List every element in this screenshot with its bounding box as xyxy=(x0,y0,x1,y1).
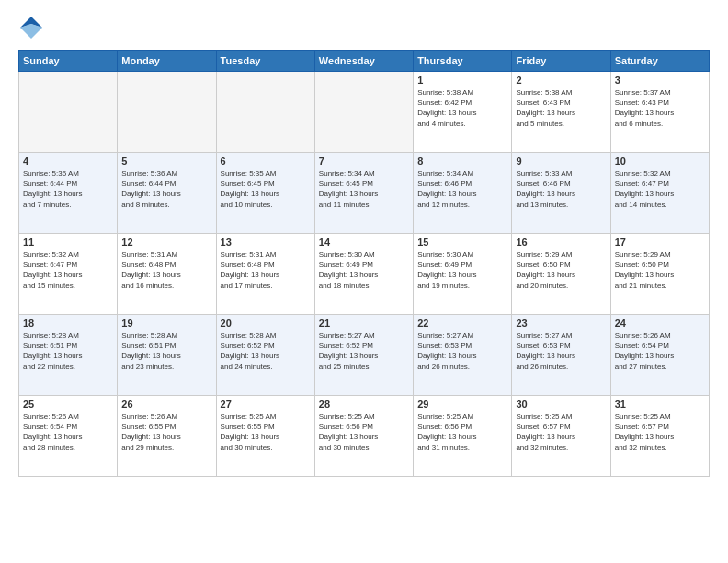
day-info: Sunrise: 5:29 AM Sunset: 6:50 PM Dayligh… xyxy=(615,249,705,291)
table-row: 2Sunrise: 5:38 AM Sunset: 6:43 PM Daylig… xyxy=(512,72,610,153)
day-info: Sunrise: 5:25 AM Sunset: 6:55 PM Dayligh… xyxy=(221,411,311,453)
week-row-2: 4Sunrise: 5:36 AM Sunset: 6:44 PM Daylig… xyxy=(19,153,710,234)
day-number: 24 xyxy=(615,317,705,328)
table-row: 18Sunrise: 5:28 AM Sunset: 6:51 PM Dayli… xyxy=(19,315,118,396)
table-row: 27Sunrise: 5:25 AM Sunset: 6:55 PM Dayli… xyxy=(216,396,314,477)
day-info: Sunrise: 5:26 AM Sunset: 6:54 PM Dayligh… xyxy=(615,330,705,372)
table-row: 26Sunrise: 5:26 AM Sunset: 6:55 PM Dayli… xyxy=(118,396,216,477)
week-row-1: 1Sunrise: 5:38 AM Sunset: 6:42 PM Daylig… xyxy=(19,72,710,153)
day-info: Sunrise: 5:34 AM Sunset: 6:46 PM Dayligh… xyxy=(417,168,507,210)
day-number: 30 xyxy=(516,398,606,409)
table-row xyxy=(19,72,118,153)
col-monday: Monday xyxy=(118,51,216,72)
day-number: 9 xyxy=(516,155,606,167)
table-row: 17Sunrise: 5:29 AM Sunset: 6:50 PM Dayli… xyxy=(610,234,709,315)
day-info: Sunrise: 5:27 AM Sunset: 6:52 PM Dayligh… xyxy=(319,330,409,372)
table-row: 8Sunrise: 5:34 AM Sunset: 6:46 PM Daylig… xyxy=(414,153,512,234)
table-row: 31Sunrise: 5:25 AM Sunset: 6:57 PM Dayli… xyxy=(610,396,709,477)
day-info: Sunrise: 5:29 AM Sunset: 6:50 PM Dayligh… xyxy=(516,249,606,291)
day-number: 31 xyxy=(615,398,705,409)
week-row-4: 18Sunrise: 5:28 AM Sunset: 6:51 PM Dayli… xyxy=(19,315,710,396)
col-tuesday: Tuesday xyxy=(216,51,314,72)
table-row: 22Sunrise: 5:27 AM Sunset: 6:53 PM Dayli… xyxy=(414,315,512,396)
day-info: Sunrise: 5:36 AM Sunset: 6:44 PM Dayligh… xyxy=(121,168,211,210)
table-row: 5Sunrise: 5:36 AM Sunset: 6:44 PM Daylig… xyxy=(118,153,216,234)
day-number: 4 xyxy=(23,155,113,167)
table-row xyxy=(314,72,413,153)
day-number: 17 xyxy=(615,236,705,247)
day-info: Sunrise: 5:32 AM Sunset: 6:47 PM Dayligh… xyxy=(23,249,113,291)
table-row: 7Sunrise: 5:34 AM Sunset: 6:45 PM Daylig… xyxy=(314,153,413,234)
header-row: Sunday Monday Tuesday Wednesday Thursday… xyxy=(19,51,710,72)
table-row: 11Sunrise: 5:32 AM Sunset: 6:47 PM Dayli… xyxy=(19,234,118,315)
day-info: Sunrise: 5:31 AM Sunset: 6:48 PM Dayligh… xyxy=(221,249,311,291)
col-thursday: Thursday xyxy=(414,51,512,72)
day-info: Sunrise: 5:31 AM Sunset: 6:48 PM Dayligh… xyxy=(121,249,211,291)
col-sunday: Sunday xyxy=(19,51,118,72)
header xyxy=(18,15,710,40)
day-number: 14 xyxy=(319,236,409,247)
table-row xyxy=(118,72,216,153)
day-number: 19 xyxy=(121,317,211,328)
table-row: 3Sunrise: 5:37 AM Sunset: 6:43 PM Daylig… xyxy=(610,72,709,153)
logo-icon xyxy=(18,15,44,40)
day-number: 18 xyxy=(23,317,113,328)
day-number: 27 xyxy=(221,398,311,409)
day-info: Sunrise: 5:26 AM Sunset: 6:54 PM Dayligh… xyxy=(23,411,113,453)
table-row: 30Sunrise: 5:25 AM Sunset: 6:57 PM Dayli… xyxy=(512,396,610,477)
table-row: 1Sunrise: 5:38 AM Sunset: 6:42 PM Daylig… xyxy=(414,72,512,153)
day-number: 16 xyxy=(516,236,606,247)
table-row: 9Sunrise: 5:33 AM Sunset: 6:46 PM Daylig… xyxy=(512,153,610,234)
day-number: 23 xyxy=(516,317,606,328)
day-info: Sunrise: 5:25 AM Sunset: 6:56 PM Dayligh… xyxy=(319,411,409,453)
day-number: 11 xyxy=(23,236,113,247)
day-info: Sunrise: 5:32 AM Sunset: 6:47 PM Dayligh… xyxy=(615,168,705,210)
table-row: 24Sunrise: 5:26 AM Sunset: 6:54 PM Dayli… xyxy=(610,315,709,396)
table-row: 16Sunrise: 5:29 AM Sunset: 6:50 PM Dayli… xyxy=(512,234,610,315)
day-number: 8 xyxy=(417,155,507,167)
col-wednesday: Wednesday xyxy=(314,51,413,72)
day-number: 15 xyxy=(417,236,507,247)
table-row xyxy=(216,72,314,153)
day-number: 3 xyxy=(615,75,705,86)
day-number: 26 xyxy=(121,398,211,409)
day-info: Sunrise: 5:26 AM Sunset: 6:55 PM Dayligh… xyxy=(121,411,211,453)
day-info: Sunrise: 5:30 AM Sunset: 6:49 PM Dayligh… xyxy=(319,249,409,291)
day-number: 5 xyxy=(121,155,211,167)
table-row: 10Sunrise: 5:32 AM Sunset: 6:47 PM Dayli… xyxy=(610,153,709,234)
day-number: 25 xyxy=(23,398,113,409)
day-number: 21 xyxy=(319,317,409,328)
table-row: 29Sunrise: 5:25 AM Sunset: 6:56 PM Dayli… xyxy=(414,396,512,477)
day-info: Sunrise: 5:27 AM Sunset: 6:53 PM Dayligh… xyxy=(417,330,507,372)
day-number: 12 xyxy=(121,236,211,247)
day-number: 20 xyxy=(221,317,311,328)
day-number: 13 xyxy=(221,236,311,247)
day-info: Sunrise: 5:28 AM Sunset: 6:51 PM Dayligh… xyxy=(121,330,211,372)
day-number: 29 xyxy=(417,398,507,409)
day-info: Sunrise: 5:35 AM Sunset: 6:45 PM Dayligh… xyxy=(221,168,311,210)
day-info: Sunrise: 5:37 AM Sunset: 6:43 PM Dayligh… xyxy=(615,87,705,129)
day-info: Sunrise: 5:25 AM Sunset: 6:57 PM Dayligh… xyxy=(516,411,606,453)
calendar-table: Sunday Monday Tuesday Wednesday Thursday… xyxy=(18,50,710,477)
day-number: 1 xyxy=(417,75,507,86)
table-row: 14Sunrise: 5:30 AM Sunset: 6:49 PM Dayli… xyxy=(314,234,413,315)
day-info: Sunrise: 5:30 AM Sunset: 6:49 PM Dayligh… xyxy=(417,249,507,291)
table-row: 13Sunrise: 5:31 AM Sunset: 6:48 PM Dayli… xyxy=(216,234,314,315)
day-number: 22 xyxy=(417,317,507,328)
day-number: 2 xyxy=(516,75,606,86)
day-info: Sunrise: 5:28 AM Sunset: 6:51 PM Dayligh… xyxy=(23,330,113,372)
day-info: Sunrise: 5:27 AM Sunset: 6:53 PM Dayligh… xyxy=(516,330,606,372)
day-number: 10 xyxy=(615,155,705,167)
table-row: 6Sunrise: 5:35 AM Sunset: 6:45 PM Daylig… xyxy=(216,153,314,234)
day-info: Sunrise: 5:38 AM Sunset: 6:43 PM Dayligh… xyxy=(516,87,606,129)
day-number: 28 xyxy=(319,398,409,409)
table-row: 25Sunrise: 5:26 AM Sunset: 6:54 PM Dayli… xyxy=(19,396,118,477)
day-info: Sunrise: 5:38 AM Sunset: 6:42 PM Dayligh… xyxy=(417,87,507,129)
table-row: 4Sunrise: 5:36 AM Sunset: 6:44 PM Daylig… xyxy=(19,153,118,234)
col-saturday: Saturday xyxy=(610,51,709,72)
day-number: 7 xyxy=(319,155,409,167)
table-row: 20Sunrise: 5:28 AM Sunset: 6:52 PM Dayli… xyxy=(216,315,314,396)
day-number: 6 xyxy=(221,155,311,167)
table-row: 12Sunrise: 5:31 AM Sunset: 6:48 PM Dayli… xyxy=(118,234,216,315)
table-row: 28Sunrise: 5:25 AM Sunset: 6:56 PM Dayli… xyxy=(314,396,413,477)
